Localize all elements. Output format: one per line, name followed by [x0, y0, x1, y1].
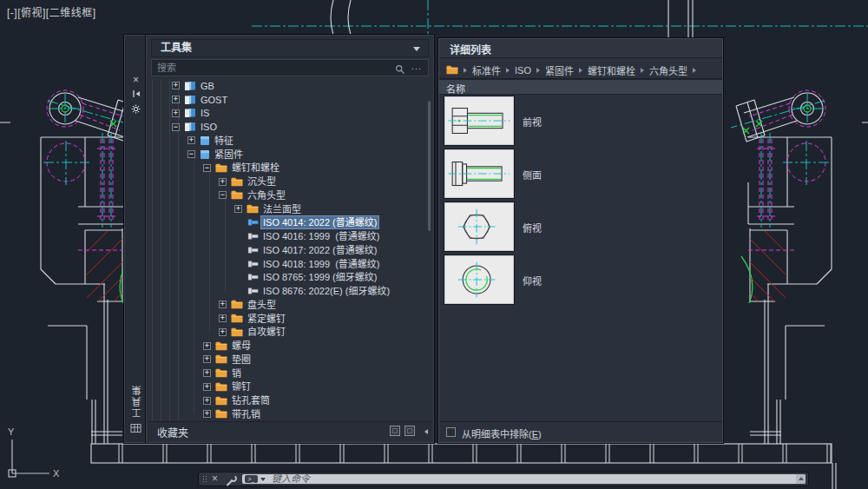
breadcrumb-item[interactable]: 六角头型	[649, 63, 687, 77]
tree-item[interactable]: +沉头型	[148, 175, 432, 188]
tree-item[interactable]: +钻孔套筒	[148, 393, 432, 407]
view-row[interactable]: 前视	[439, 95, 722, 148]
folder-icon	[247, 204, 259, 214]
command-dropdown-icon[interactable]	[260, 478, 266, 481]
expand-toggle[interactable]: −	[172, 123, 180, 131]
tree-item[interactable]: +螺母	[148, 339, 432, 353]
bolt-icon	[247, 260, 259, 268]
expand-toggle[interactable]: +	[219, 301, 227, 308]
breadcrumb: 标准件 ISO紧固件螺钉和螺栓六角头型	[439, 58, 722, 79]
tree-item[interactable]: +GOST	[148, 93, 432, 107]
expand-toggle[interactable]: +	[219, 328, 227, 336]
palette-autohide-icon[interactable]	[125, 89, 147, 102]
expand-toggle[interactable]: +	[172, 82, 180, 89]
tree-item[interactable]: −紧固件	[148, 148, 432, 162]
tree-item-label: 带孔销	[232, 408, 260, 420]
tree-item[interactable]: ISO 4017: 2022 (普通螺纹)	[148, 243, 432, 257]
view-thumbnail[interactable]	[444, 96, 514, 145]
tree-item[interactable]: +法兰面型	[148, 202, 432, 216]
expand-toggle[interactable]: +	[203, 410, 211, 418]
breadcrumb-arrow-icon	[536, 68, 540, 73]
expand-toggle[interactable]: +	[203, 342, 211, 350]
favorites-view2-icon[interactable]	[404, 426, 415, 436]
expand-toggle[interactable]: +	[203, 397, 211, 405]
command-input[interactable]: >_ 键入命令	[242, 474, 806, 484]
tree-item[interactable]: +紧定螺钉	[148, 312, 432, 326]
breadcrumb-item[interactable]: 紧固件	[545, 63, 574, 77]
wrench-icon[interactable]	[226, 474, 237, 489]
viewport-menu-button[interactable]: [-]	[7, 7, 17, 19]
tree-item[interactable]: +GB	[148, 79, 432, 93]
favorites-view1-icon[interactable]	[390, 426, 400, 436]
column-header-row[interactable]: 名称	[439, 79, 722, 95]
palette-header[interactable]: 工具集	[151, 39, 429, 57]
expand-toggle[interactable]: −	[219, 191, 227, 199]
tree-item[interactable]: ISO 4014: 2022 (普通螺纹)	[148, 216, 432, 230]
tree-item-label: 钻孔套筒	[232, 394, 270, 406]
view-thumbnail[interactable]	[444, 149, 514, 198]
breadcrumb-item[interactable]: 螺钉和螺栓	[588, 63, 635, 77]
bolt-icon	[247, 273, 259, 281]
search-options-button[interactable]: ...	[411, 61, 422, 71]
tree-item[interactable]: +垫圈	[148, 353, 432, 367]
tree-item[interactable]: +带孔销	[148, 407, 432, 421]
folder-icon	[231, 177, 243, 187]
dock-close-icon[interactable]: ×	[212, 472, 218, 486]
tree-item[interactable]: ISO 4016: 1999 (普通螺纹)	[148, 229, 432, 243]
expand-toggle[interactable]: +	[219, 178, 227, 186]
standard-book-icon	[184, 122, 196, 132]
tree-item[interactable]: ISO 8765: 1999 (细牙螺纹)	[148, 271, 432, 285]
tree-item[interactable]: +铆钉	[148, 380, 432, 394]
expand-toggle[interactable]: +	[203, 383, 211, 391]
breadcrumb-arrow-icon	[506, 68, 510, 73]
palette-close-icon[interactable]: ×	[125, 74, 147, 88]
tree-item-label: GB	[201, 80, 214, 92]
tree-item[interactable]: +特征	[148, 134, 432, 148]
palette-vertical-title: 工具集	[130, 384, 144, 418]
tree-item[interactable]: −螺钉和螺栓	[148, 162, 432, 175]
tree-item[interactable]: +IS	[148, 107, 432, 121]
tree-item[interactable]: −六角头型	[148, 188, 432, 202]
search-icon[interactable]	[395, 63, 405, 78]
tree-scrollbar[interactable]	[428, 101, 431, 231]
tool-palette-panel: 工具集 ... +GB+GOST+IS−ISO+特征−紧固件−螺钉和螺栓+沉头型…	[146, 35, 434, 443]
viewport-style-button[interactable]: [二维线框]	[46, 7, 96, 19]
expand-toggle[interactable]: +	[234, 205, 242, 213]
command-scrollbar[interactable]	[796, 474, 806, 484]
view-thumbnail[interactable]	[444, 255, 514, 304]
favorites-label: 收藏夹	[157, 425, 188, 439]
expand-toggle[interactable]: +	[187, 136, 195, 144]
tree-item[interactable]: +盘头型	[148, 298, 432, 312]
expand-toggle[interactable]: +	[219, 314, 227, 322]
tree-item[interactable]: +自攻螺钉	[148, 326, 432, 340]
expand-toggle[interactable]: +	[203, 369, 211, 377]
view-thumbnail[interactable]	[444, 202, 514, 251]
detail-footer: 从明细表中排除(E)	[439, 421, 722, 442]
breadcrumb-arrow-icon	[693, 68, 696, 73]
palette-properties-gear-icon[interactable]	[125, 104, 147, 118]
breadcrumb-arrow-icon	[579, 68, 582, 73]
expand-toggle[interactable]: −	[187, 150, 195, 158]
view-row[interactable]: 俯视	[439, 201, 722, 254]
favorites-collapse-icon[interactable]	[424, 429, 428, 434]
expand-toggle[interactable]: −	[203, 164, 211, 172]
dock-drag-handle[interactable]	[202, 475, 207, 484]
view-row[interactable]: 侧面	[439, 148, 722, 201]
breadcrumb-item[interactable]: ISO	[515, 65, 531, 76]
folder-icon	[215, 163, 227, 173]
tree-item[interactable]: +销	[148, 367, 432, 380]
search-input[interactable]	[157, 61, 388, 75]
viewport-view-button[interactable]: [俯视]	[17, 7, 46, 19]
view-row[interactable]: 仰视	[439, 254, 722, 307]
expand-toggle[interactable]: +	[172, 96, 180, 103]
exclude-checkbox[interactable]	[446, 427, 456, 437]
tree-item[interactable]: ISO 8676: 2022(E) (细牙螺纹)	[148, 284, 432, 298]
breadcrumb-item[interactable]: 标准件	[472, 63, 501, 77]
tree-item[interactable]: ISO 4018: 1999 (普通螺纹)	[148, 257, 432, 271]
tree-item[interactable]: −ISO	[148, 120, 432, 134]
expand-toggle[interactable]: +	[203, 355, 211, 363]
folder-icon	[446, 63, 458, 78]
chevron-down-icon[interactable]	[413, 47, 420, 51]
expand-toggle[interactable]: +	[172, 109, 180, 117]
command-prompt-icon[interactable]: >_	[245, 475, 258, 483]
